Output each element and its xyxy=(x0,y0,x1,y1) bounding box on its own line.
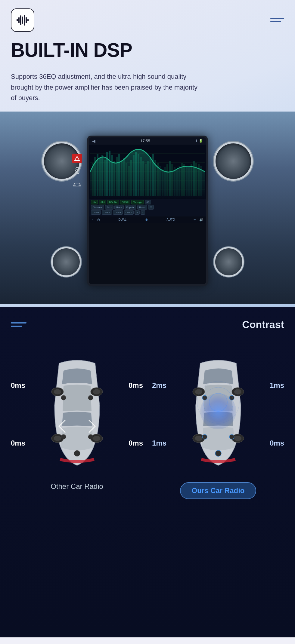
ours-car-label-button[interactable]: Ours Car Radio xyxy=(180,482,256,499)
eq-user5-btn[interactable]: User5 xyxy=(124,210,134,215)
eq-through-btn[interactable]: Through xyxy=(131,200,144,204)
eq-user2-btn[interactable]: User2 xyxy=(102,210,112,215)
eq-display xyxy=(89,145,206,199)
screen-time: 17:55 xyxy=(140,139,150,143)
svg-point-70 xyxy=(93,436,100,441)
eq-classical-btn[interactable]: Classical xyxy=(91,205,104,210)
hamburger-menu[interactable] xyxy=(270,18,284,22)
svg-text:!: ! xyxy=(77,158,78,161)
bottom-dual-label: DUAL xyxy=(118,218,126,221)
svg-point-73 xyxy=(61,434,66,439)
other-car-svg xyxy=(41,351,113,471)
contrast-section: Contrast 0ms 0ms 0ms 0ms xyxy=(0,307,295,637)
speaker-right-bottom xyxy=(214,247,244,277)
dsp-screen: ◀ 17:55 ⬆ 🔋 xyxy=(89,137,206,284)
warning-icon: ! xyxy=(72,154,82,163)
eq-d6-btn[interactable]: d6 xyxy=(145,200,151,204)
arrow-icon[interactable]: ↩ xyxy=(194,218,196,222)
eq-reset-btn[interactable]: Reset xyxy=(137,205,147,210)
eq-user3-btn[interactable]: User3 xyxy=(113,210,123,215)
eq-row-1: dts JJU DOLBY SRS© Through d6 xyxy=(91,200,204,204)
svg-point-11 xyxy=(79,185,80,186)
car-icon xyxy=(72,179,82,189)
car-comparison: 0ms 0ms 0ms 0ms xyxy=(11,345,284,499)
other-timing-top-right: 0ms xyxy=(129,381,143,390)
home-icon[interactable]: ⌂ xyxy=(92,218,94,222)
svg-point-68 xyxy=(54,436,61,441)
eq-dolby-btn[interactable]: DOLBY xyxy=(107,200,119,204)
svg-rect-4 xyxy=(24,15,25,26)
ours-timing-bottom-right: 0ms xyxy=(270,439,284,447)
svg-point-84 xyxy=(234,436,241,441)
screen-topbar: ◀ 17:55 ⬆ 🔋 xyxy=(89,137,206,145)
page-title: BUILT-IN DSP xyxy=(11,40,284,61)
volume-icon[interactable]: 🔊 xyxy=(199,218,203,222)
snowflake-icon: ❄ xyxy=(145,218,148,222)
screen-arrow: ◀ xyxy=(92,139,95,143)
eq-user1-btn[interactable]: User1 xyxy=(91,210,101,215)
bottom-auto-label: AUTO xyxy=(167,218,175,221)
hero-divider xyxy=(11,65,284,65)
svg-rect-1 xyxy=(18,17,20,23)
other-timing-bottom-right: 0ms xyxy=(129,439,143,447)
ours-timing-bottom-left: 1ms xyxy=(152,439,166,447)
other-timing-top-left: 0ms xyxy=(11,381,25,390)
eq-dts-btn[interactable]: dts xyxy=(91,200,98,204)
eq-row-2: Classical Jazz Rock Popular Reset ☉ xyxy=(91,205,204,210)
speaker-left-bottom xyxy=(51,247,81,277)
bottom-nav-icons: ⌂ ⏻ xyxy=(92,218,100,222)
svg-rect-5 xyxy=(26,17,27,23)
eq-jazz-btn[interactable]: Jazz xyxy=(105,205,113,210)
svg-point-74 xyxy=(88,434,93,439)
contrast-title: Contrast xyxy=(242,319,284,330)
seatbelt-icon xyxy=(72,166,82,176)
svg-point-82 xyxy=(195,436,202,441)
ours-car-svg xyxy=(182,351,254,471)
app-logo xyxy=(11,8,34,32)
eq-minus-btn[interactable]: - xyxy=(141,210,145,215)
line-1 xyxy=(11,322,26,324)
ours-car-view: 2ms 1ms 1ms 0ms xyxy=(152,345,284,477)
svg-point-89 xyxy=(215,450,221,456)
hero-description: Supports 36EQ adjustment, and the ultra-… xyxy=(11,71,203,103)
eq-srs-btn[interactable]: SRS© xyxy=(120,200,130,204)
eq-add-btn[interactable]: + xyxy=(135,210,140,215)
car-display-area: ! ◀ 17:55 ⬆ xyxy=(0,112,295,304)
svg-point-71 xyxy=(61,395,66,400)
center-screen-wrap: ◀ 17:55 ⬆ 🔋 xyxy=(87,136,208,286)
eq-popular-btn[interactable]: Popular xyxy=(125,205,137,210)
svg-point-88 xyxy=(229,434,234,439)
ours-car-item: 2ms 1ms 1ms 0ms xyxy=(152,345,284,499)
eq-controls: dts JJU DOLBY SRS© Through d6 Classical … xyxy=(89,199,206,216)
other-car-view: 0ms 0ms 0ms 0ms xyxy=(11,345,143,477)
eq-jju-btn[interactable]: JJU xyxy=(99,200,107,204)
contrast-header: Contrast xyxy=(11,319,284,336)
speaker-right-top xyxy=(214,142,253,181)
eq-rock-btn[interactable]: Rock xyxy=(114,205,123,210)
car-interior-background: ! ◀ 17:55 ⬆ xyxy=(0,112,295,304)
svg-rect-2 xyxy=(20,15,21,25)
svg-point-9 xyxy=(76,167,78,170)
eq-row-3: User1 User2 User3 User5 + - xyxy=(91,210,204,215)
svg-point-72 xyxy=(88,395,93,400)
other-car-item: 0ms 0ms 0ms 0ms xyxy=(11,345,143,491)
contrast-lines xyxy=(11,322,26,327)
hero-text: BUILT-IN DSP Supports 36EQ adjustment, a… xyxy=(0,37,295,109)
waveform-icon xyxy=(15,13,30,27)
side-panel: ! xyxy=(72,154,82,189)
eq-power-btn[interactable]: ☉ xyxy=(148,205,154,210)
svg-point-86 xyxy=(229,395,234,400)
hero-section: BUILT-IN DSP Supports 36EQ adjustment, a… xyxy=(0,0,295,307)
svg-point-75 xyxy=(74,450,80,456)
dashboard-mockup: ! ◀ 17:55 ⬆ xyxy=(42,124,253,292)
ours-timing-top-left: 2ms xyxy=(152,381,166,390)
screen-status-icons: ⬆ 🔋 xyxy=(195,139,203,143)
svg-rect-3 xyxy=(22,17,23,24)
other-car-label: Other Car Radio xyxy=(51,482,103,491)
svg-point-87 xyxy=(202,434,207,439)
svg-point-66 xyxy=(93,389,100,394)
bottom-right-icons: ↩ 🔊 xyxy=(194,218,203,222)
power-icon[interactable]: ⏻ xyxy=(97,218,100,222)
line-2 xyxy=(11,326,22,327)
other-timing-bottom-left: 0ms xyxy=(11,439,25,447)
